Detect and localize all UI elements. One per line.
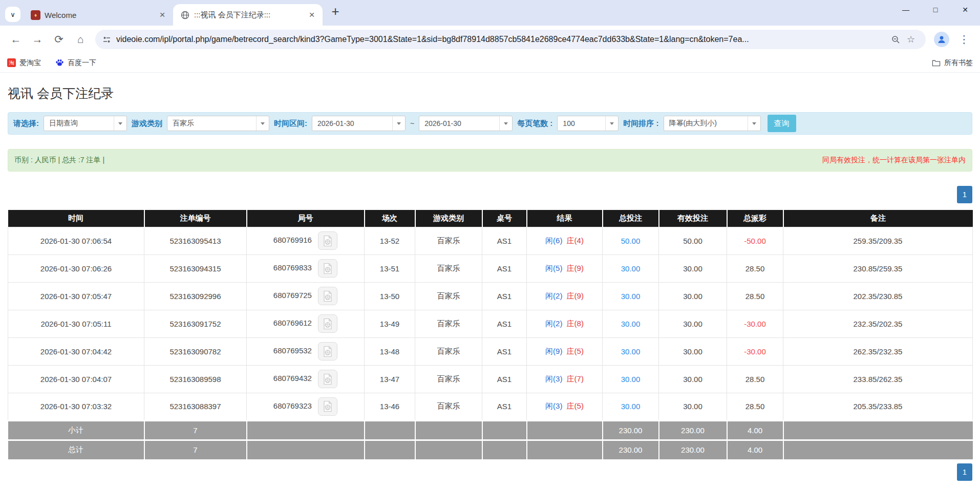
total-bet-link[interactable]: 30.00 xyxy=(603,365,659,393)
video-replay-button[interactable] xyxy=(318,231,337,250)
video-replay-button[interactable] xyxy=(318,397,337,416)
bet-time: 2026-01-30 07:06:26 xyxy=(8,254,144,282)
page-title: 视讯 会员下注纪录 xyxy=(8,73,972,112)
total-bet-link[interactable]: 30.00 xyxy=(603,282,659,310)
minimize-button[interactable]: — xyxy=(891,0,921,19)
per-page-select[interactable]: 100 xyxy=(557,116,619,131)
payout: 28.50 xyxy=(727,365,783,393)
subtotal-payout: 4.00 xyxy=(727,420,783,440)
bookmark-star-icon[interactable]: ☆ xyxy=(903,34,919,45)
taobao-icon: 淘 xyxy=(7,58,16,67)
column-header: 备注 xyxy=(783,210,973,227)
video-replay-button[interactable] xyxy=(318,370,337,388)
address-bar[interactable]: videoie.com/ipl/portal.php/game/betrecor… xyxy=(95,30,926,49)
forward-icon[interactable]: → xyxy=(27,29,48,50)
round-id: 680769532 xyxy=(273,346,312,355)
close-icon[interactable]: × xyxy=(157,9,168,20)
result-banker: 庄(9) xyxy=(567,291,584,300)
video-replay-button[interactable] xyxy=(318,287,337,305)
bet-id: 523163094315 xyxy=(144,254,247,282)
video-replay-button[interactable] xyxy=(318,342,337,360)
filter-bar: 请选择: 日期查询 游戏类别 百家乐 时间区间: 2026-01-30 ~ 20… xyxy=(8,112,972,135)
result-banker: 庄(7) xyxy=(567,374,584,383)
round-id: 680769323 xyxy=(273,401,312,410)
close-window-button[interactable]: ✕ xyxy=(950,0,980,19)
bet-id: 523163089598 xyxy=(144,365,247,393)
total-bet-link[interactable]: 30.00 xyxy=(603,254,659,282)
sort-select[interactable]: 降幂(由大到小) xyxy=(664,116,761,131)
folder-icon xyxy=(932,58,941,67)
session-no: 13-47 xyxy=(365,365,415,393)
balance-note: 205.35/233.85 xyxy=(783,393,973,420)
result-banker: 庄(5) xyxy=(567,347,584,355)
column-header: 游戏类别 xyxy=(415,210,482,227)
session-no: 13-50 xyxy=(365,282,415,310)
video-replay-button[interactable] xyxy=(318,259,337,278)
game-type: 百家乐 xyxy=(415,365,482,393)
total-bet-link[interactable]: 30.00 xyxy=(603,310,659,337)
result-player: 闲(9) xyxy=(545,347,562,355)
column-header: 场次 xyxy=(365,210,415,227)
chevron-down-icon xyxy=(499,116,512,131)
select-label: 请选择: xyxy=(13,119,39,129)
total-bet-link[interactable]: 30.00 xyxy=(603,337,659,365)
site-info-icon[interactable] xyxy=(102,35,111,44)
balance-note: 230.85/259.35 xyxy=(783,254,973,282)
total-bet-link[interactable]: 30.00 xyxy=(603,393,659,420)
total-payout: 4.00 xyxy=(727,440,783,459)
bookmark-label: 百度一下 xyxy=(68,58,96,68)
result-cell: 闲(3) 庄(7) xyxy=(527,365,603,393)
total-total-bet: 230.00 xyxy=(603,440,659,459)
result-cell: 闲(2) 庄(9) xyxy=(527,282,603,310)
bet-id: 523163091752 xyxy=(144,310,247,337)
round-cell: 680769432 xyxy=(247,365,365,393)
result-banker: 庄(8) xyxy=(567,319,584,328)
tab-search-button[interactable]: ∨ xyxy=(5,7,20,22)
profile-avatar[interactable] xyxy=(934,32,949,47)
home-icon[interactable]: ⌂ xyxy=(70,29,91,50)
bet-time: 2026-01-30 07:06:54 xyxy=(8,227,144,254)
all-bookmarks[interactable]: 所有书签 xyxy=(932,58,973,68)
bet-time: 2026-01-30 07:04:42 xyxy=(8,337,144,365)
query-type-select[interactable]: 日期查询 xyxy=(44,116,127,131)
page-1-button[interactable]: 1 xyxy=(957,463,972,481)
all-bookmarks-label: 所有书签 xyxy=(944,58,973,68)
round-cell: 680769532 xyxy=(247,337,365,365)
new-tab-button[interactable]: + xyxy=(328,4,343,19)
total-bet-link[interactable]: 50.00 xyxy=(603,227,659,254)
chevron-down-icon xyxy=(748,116,760,131)
session-no: 13-46 xyxy=(365,393,415,420)
chevron-down-icon xyxy=(114,116,126,131)
result-cell: 闲(6) 庄(4) xyxy=(527,227,603,254)
close-icon[interactable]: × xyxy=(306,9,317,20)
table-no: AS1 xyxy=(482,393,527,420)
kebab-menu-icon[interactable]: ⋮ xyxy=(953,29,975,50)
maximize-button[interactable]: □ xyxy=(921,0,950,19)
zoom-icon[interactable] xyxy=(888,35,903,44)
summary-info-bar: 币别 : 人民币 | 总共 :7 注单 | 同局有效投注，统一计算在该局第一张注… xyxy=(8,149,972,172)
session-no: 13-51 xyxy=(365,254,415,282)
tab-welcome[interactable]: ♦ Welcome × xyxy=(24,4,173,26)
date-to-select[interactable]: 2026-01-30 xyxy=(419,116,513,131)
table-row: 2026-01-30 07:06:26 523163094315 6807698… xyxy=(8,254,973,282)
page-1-button[interactable]: 1 xyxy=(957,186,972,203)
tab-betrecord[interactable]: :::视讯 会员下注纪录::: × xyxy=(173,4,323,26)
search-button[interactable]: 查询 xyxy=(768,115,796,132)
bet-time: 2026-01-30 07:04:07 xyxy=(8,365,144,393)
total-count: 7 xyxy=(144,440,247,459)
bookmark-baidu[interactable]: 百度一下 xyxy=(55,58,96,68)
reload-icon[interactable]: ⟳ xyxy=(48,29,70,50)
result-cell: 闲(2) 庄(8) xyxy=(527,310,603,337)
bookmark-taobao[interactable]: 淘 爱淘宝 xyxy=(7,58,41,68)
table-no: AS1 xyxy=(482,310,527,337)
tab-title: :::视讯 会员下注纪录::: xyxy=(194,10,302,20)
date-from-select[interactable]: 2026-01-30 xyxy=(312,116,406,131)
subtotal-valid-bet: 230.00 xyxy=(659,420,727,440)
game-type-select[interactable]: 百家乐 xyxy=(167,116,269,131)
bookmarks-bar: 淘 爱淘宝 百度一下 所有书签 xyxy=(0,53,980,73)
chevron-down-icon: ∨ xyxy=(10,11,15,18)
video-replay-button[interactable] xyxy=(318,314,337,333)
chevron-down-icon xyxy=(392,116,405,131)
back-icon[interactable]: ← xyxy=(5,29,27,50)
url-text[interactable]: videoie.com/ipl/portal.php/game/betrecor… xyxy=(116,35,888,44)
